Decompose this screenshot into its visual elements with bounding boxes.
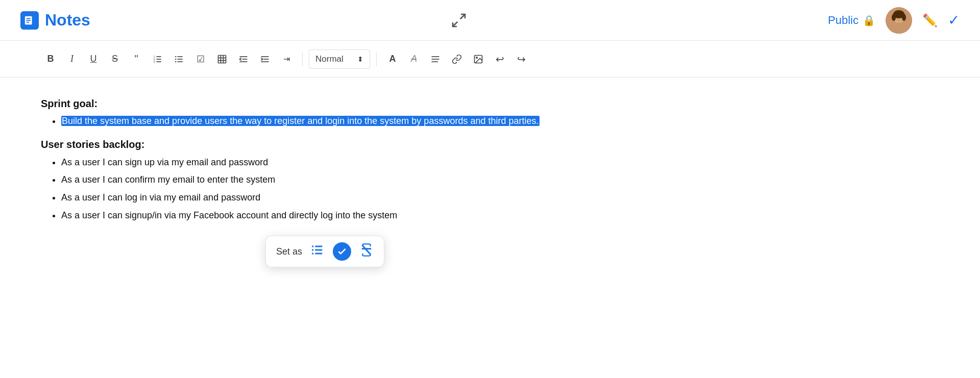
edit-icon[interactable]: ✏️ xyxy=(922,13,938,28)
sprint-goal-section: Sprint goal: Build the system base and p… xyxy=(41,98,939,129)
header-center xyxy=(450,11,468,30)
list-item: As a user I can confirm my email to ente… xyxy=(61,172,939,188)
header: Notes Public 🔒 xyxy=(0,0,980,41)
font-color-button[interactable]: A xyxy=(383,49,402,69)
style-dropdown-label: Normal xyxy=(315,54,344,64)
toolbar: B I U S " 1 2 3 ☑ xyxy=(0,41,980,78)
fullscreen-button[interactable] xyxy=(450,11,468,30)
popup-list-icon[interactable] xyxy=(310,243,325,260)
svg-line-4 xyxy=(460,14,465,19)
svg-point-40 xyxy=(476,57,478,58)
user-stories-list: As a user I can sign up via my email and… xyxy=(41,155,939,223)
svg-rect-3 xyxy=(27,21,30,22)
logo-svg xyxy=(24,15,35,26)
logo-icon xyxy=(20,11,39,30)
list-item: As a user I can log in via my email and … xyxy=(61,190,939,206)
svg-point-43 xyxy=(312,249,314,251)
tab-indent-button[interactable]: ⇥ xyxy=(277,49,296,69)
blockquote-button[interactable]: " xyxy=(127,49,146,69)
content-area[interactable]: Sprint goal: Build the system base and p… xyxy=(0,78,980,378)
link-button[interactable] xyxy=(447,49,467,69)
toolbar-separator-2 xyxy=(376,52,377,66)
svg-point-12 xyxy=(902,14,906,21)
list-item: As a user I can signup/in via my Faceboo… xyxy=(61,208,939,223)
strikethrough-button[interactable]: S xyxy=(105,49,125,69)
unordered-list-button[interactable] xyxy=(169,49,189,69)
svg-line-5 xyxy=(453,21,457,26)
svg-line-47 xyxy=(362,245,371,255)
save-check-icon[interactable]: ✓ xyxy=(948,12,960,29)
svg-point-45 xyxy=(312,253,314,255)
italic-button[interactable]: I xyxy=(62,49,82,69)
svg-point-11 xyxy=(892,14,896,21)
bold-button[interactable]: B xyxy=(41,49,60,69)
popup-check-icon[interactable] xyxy=(333,242,351,261)
list-item: As a user I can sign up via my email and… xyxy=(61,155,939,170)
indent-increase-button[interactable] xyxy=(255,49,275,69)
underline-button[interactable]: U xyxy=(84,49,103,69)
popup-strikethrough-icon[interactable] xyxy=(359,243,374,260)
svg-rect-25 xyxy=(218,55,226,63)
image-button[interactable] xyxy=(469,49,488,69)
svg-point-41 xyxy=(312,245,314,247)
redo-button[interactable]: ↪ xyxy=(511,49,531,69)
context-popup: Set as xyxy=(265,236,384,267)
lock-icon: 🔒 xyxy=(863,14,875,27)
style-dropdown[interactable]: Normal ⬍ xyxy=(309,49,370,69)
svg-point-21 xyxy=(175,58,177,60)
svg-point-23 xyxy=(175,61,177,62)
indent-decrease-button[interactable] xyxy=(234,49,253,69)
svg-text:3: 3 xyxy=(154,60,155,63)
user-stories-label: User stories backlog: xyxy=(41,139,939,150)
svg-point-19 xyxy=(175,56,177,57)
app-container: Notes Public 🔒 xyxy=(0,0,980,378)
svg-rect-1 xyxy=(27,18,31,19)
align-button[interactable] xyxy=(426,49,445,69)
public-label: Public xyxy=(828,14,859,27)
user-stories-section: User stories backlog: As a user I can si… xyxy=(41,139,939,223)
checklist-button[interactable]: ☑ xyxy=(191,49,210,69)
header-left: Notes xyxy=(20,11,90,30)
sprint-goal-item: Build the system base and provide users … xyxy=(61,114,939,129)
toolbar-separator-1 xyxy=(302,52,303,66)
set-as-label: Set as xyxy=(276,246,302,257)
sprint-goal-list: Build the system base and provide users … xyxy=(41,114,939,129)
user-avatar[interactable] xyxy=(886,7,912,34)
sprint-goal-label: Sprint goal: xyxy=(41,98,939,110)
public-badge: Public 🔒 xyxy=(828,14,875,27)
style-dropdown-arrow: ⬍ xyxy=(357,55,363,63)
ordered-list-button[interactable]: 1 2 3 xyxy=(148,49,167,69)
header-right: Public 🔒 ✏️ ✓ xyxy=(828,7,960,34)
table-button[interactable] xyxy=(212,49,232,69)
highlighted-bullet-text: Build the system base and provide users … xyxy=(61,116,540,126)
app-title: Notes xyxy=(45,11,90,30)
undo-button[interactable]: ↩ xyxy=(490,49,509,69)
font-bgcolor-button[interactable]: A xyxy=(404,49,424,69)
svg-rect-2 xyxy=(27,20,31,21)
